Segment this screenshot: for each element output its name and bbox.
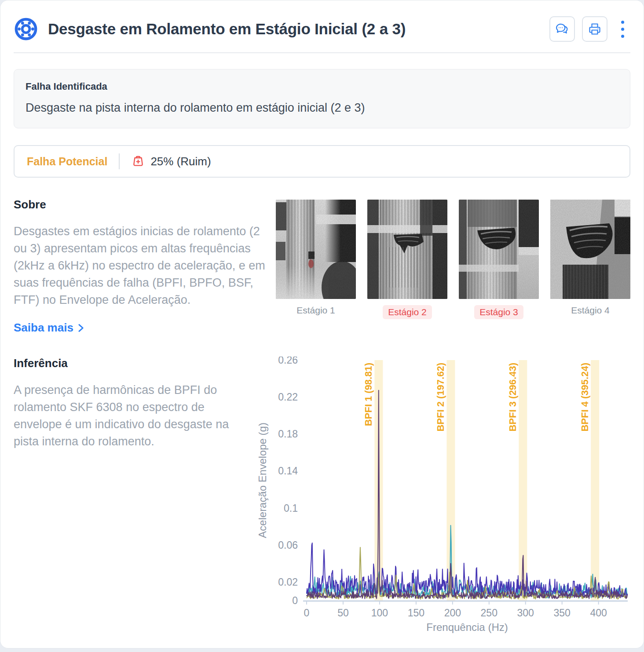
bpfi-band-4 [591,360,599,601]
kebab-menu-button[interactable] [615,16,630,42]
chat-button[interactable] [549,16,575,42]
bpfi-band-label-4: BPFI 4 (395.24) [579,363,590,432]
stage-2-image [367,200,447,299]
learn-more-link[interactable]: Saiba mais [14,321,84,335]
stage-figure: Estágio 4 [550,200,630,316]
severity-text: 25% (Ruim) [150,155,211,168]
header-actions [549,16,630,42]
inference-body: A presença de harmônicas de BPFI do rola… [14,382,251,450]
x-axis-title: Frenquência (Hz) [426,621,508,633]
chart-svg: BPFI 1 (98.81)BPFI 2 (197.62)BPFI 3 (296… [251,357,630,634]
severity-value: 25% (Ruim) [131,154,211,168]
x-tick-label: 50 [337,607,349,619]
vertical-divider [119,153,120,169]
y-tick-label: 0.02 [278,576,298,588]
bpfi-band-label-3: BPFI 3 (296.43) [507,363,518,432]
fault-identified-panel: Falha Identificada Desgaste na pista int… [14,69,630,128]
stage-1-label: Estágio 1 [296,305,335,315]
x-tick-label: 300 [517,607,534,619]
learn-more-label: Saiba mais [14,321,73,335]
header-divider [14,52,630,53]
stage-4-label: Estágio 4 [571,305,610,315]
status-badge: Falha Potencial [27,155,107,168]
y-axis-title: Aceleração Envelope (g) [256,423,268,538]
y-tick-label: 0.1 [284,503,298,514]
chat-icon [555,22,569,36]
stage-3-label: Estágio 3 [474,305,523,319]
y-tick-label: 0.06 [278,539,298,551]
kebab-dot [621,28,624,31]
stage-4-image [550,200,630,299]
x-tick-label: 150 [408,607,424,619]
print-button[interactable] [582,16,607,42]
y-tick-label: 0.14 [278,465,298,477]
first-aid-bag-icon [131,154,145,168]
about-section: Sobre Desgastes em estágios inicias de r… [14,198,630,335]
kebab-dot [621,21,624,24]
y-tick-label: 0.22 [278,391,298,403]
stage-1-image [276,200,356,299]
bearing-stage-gallery: Estágio 1 Estágio 2 Estágio 3 [276,198,630,335]
x-tick-label: 400 [590,607,607,619]
header: Desgaste em Rolamento em Estágio Inicial… [14,0,630,42]
y-tick-label: 0.18 [278,428,298,440]
x-tick-label: 250 [481,607,498,619]
bearing-icon [14,17,38,41]
about-body: Desgastes em estágios inicias de rolamen… [14,223,271,309]
bpfi-band-label-2: BPFI 2 (197.62) [435,363,446,432]
x-tick-label: 350 [553,607,570,619]
report-card: Desgaste em Rolamento em Estágio Inicial… [0,0,644,648]
stage-figure: Estágio 1 [276,200,356,316]
inference-heading: Inferência [14,357,251,370]
stage-figure: Estágio 3 [459,200,539,319]
bpfi-band-label-1: BPFI 1 (98.81) [363,363,374,426]
kebab-dot [621,35,624,38]
envelope-spectrum-chart: BPFI 1 (98.81)BPFI 2 (197.62)BPFI 3 (296… [251,357,630,634]
fault-panel-description: Desgaste na pista interna do rolamento e… [26,101,618,115]
stage-3-image [459,200,539,299]
inference-section: Inferência A presença de harmônicas de B… [14,357,630,634]
page-title: Desgaste em Rolamento em Estágio Inicial… [48,20,540,38]
printer-icon [588,22,602,36]
stage-2-label: Estágio 2 [383,305,432,319]
stage-figure: Estágio 2 [367,200,447,319]
y-tick-label: 0.26 [278,357,298,366]
status-bar: Falha Potencial 25% (Ruim) [14,145,630,178]
about-heading: Sobre [14,198,271,211]
x-tick-label: 100 [371,607,388,619]
y-tick-label: 0 [292,595,298,606]
chevron-right-icon [78,323,84,333]
x-tick-label: 0 [304,607,310,619]
x-tick-label: 200 [444,607,461,619]
fault-panel-title: Falha Identificada [26,81,618,92]
